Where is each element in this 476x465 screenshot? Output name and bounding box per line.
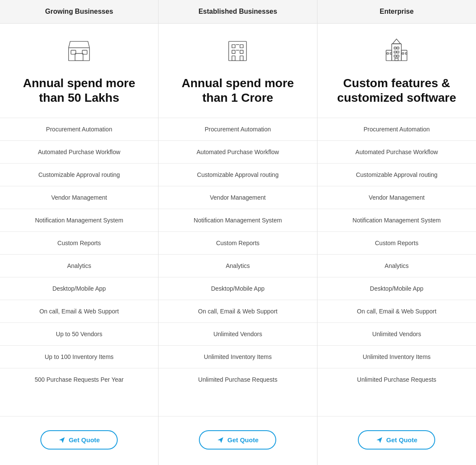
feature-row: On call, Email & Web Support <box>159 300 317 322</box>
building-icon <box>225 37 250 63</box>
feature-row: Up to 50 Vendors <box>0 322 158 345</box>
svg-rect-17 <box>397 47 399 49</box>
plan-icon-area-enterprise <box>317 24 476 72</box>
feature-row: Analytics <box>159 254 317 277</box>
feature-row: Procurement Automation <box>159 118 317 140</box>
svg-rect-19 <box>397 51 399 53</box>
svg-rect-26 <box>390 53 392 55</box>
pricing-grid: Growing Businesses Annual spend more tha… <box>0 0 476 465</box>
feature-row: Desktop/Mobile App <box>317 277 476 300</box>
plan-body-established: Annual spend more than 1 CroreProcuremen… <box>159 24 317 465</box>
svg-rect-23 <box>386 50 392 61</box>
send-icon <box>217 437 224 444</box>
plan-icon-area-growing <box>0 24 158 72</box>
svg-rect-22 <box>395 58 399 61</box>
feature-row: Custom Reports <box>317 231 476 254</box>
feature-row: Unlimited Purchase Requests <box>317 368 476 391</box>
plan-cta-growing: Get Quote <box>0 416 158 465</box>
svg-rect-28 <box>406 53 407 55</box>
feature-row: Vendor Management <box>317 186 476 209</box>
store-icon <box>66 37 92 63</box>
send-icon <box>376 437 383 444</box>
svg-rect-5 <box>229 41 247 61</box>
plan-title-established: Annual spend more than 1 Crore <box>159 72 317 118</box>
feature-row: Custom Reports <box>0 231 158 254</box>
plan-icon-area-established <box>159 24 317 72</box>
feature-row: Notification Management System <box>317 209 476 231</box>
get-quote-label-established: Get Quote <box>227 436 259 444</box>
svg-rect-9 <box>240 50 244 54</box>
svg-marker-15 <box>393 39 401 44</box>
feature-row: Procurement Automation <box>317 118 476 140</box>
svg-rect-20 <box>394 55 397 57</box>
feature-row: Analytics <box>0 254 158 277</box>
feature-row: Unlimited Vendors <box>159 322 317 345</box>
get-quote-label-enterprise: Get Quote <box>386 436 418 444</box>
svg-rect-10 <box>232 56 235 61</box>
svg-rect-27 <box>402 53 404 55</box>
plan-body-enterprise: Custom features & customized softwarePro… <box>317 24 476 465</box>
get-quote-button-growing[interactable]: Get Quote <box>40 430 118 450</box>
feature-row: Customizable Approval routing <box>0 163 158 186</box>
plan-header-established: Established Businesses <box>159 0 317 24</box>
svg-rect-2 <box>75 54 83 61</box>
feature-row: Vendor Management <box>159 186 317 209</box>
send-icon <box>58 437 65 444</box>
svg-rect-11 <box>240 56 244 61</box>
feature-row: Automated Purchase Workflow <box>317 140 476 163</box>
feature-row: Customizable Approval routing <box>159 163 317 186</box>
feature-row: Unlimited Inventory Items <box>317 345 476 368</box>
feature-row: Unlimited Vendors <box>317 322 476 345</box>
get-quote-button-established[interactable]: Get Quote <box>199 430 276 450</box>
feature-row: Automated Purchase Workflow <box>0 140 158 163</box>
plan-header-enterprise: Enterprise <box>317 0 476 24</box>
svg-rect-8 <box>232 50 235 54</box>
feature-row: On call, Email & Web Support <box>0 300 158 322</box>
skyscraper-icon <box>384 37 409 63</box>
get-quote-label-growing: Get Quote <box>69 436 100 444</box>
feature-row: On call, Email & Web Support <box>317 300 476 322</box>
svg-rect-18 <box>394 51 397 53</box>
get-quote-button-enterprise[interactable]: Get Quote <box>358 430 435 450</box>
svg-rect-25 <box>387 53 389 55</box>
feature-row: Vendor Management <box>0 186 158 209</box>
plan-column-established: Established Businesses Annual spend more… <box>159 0 317 465</box>
plan-body-growing: Annual spend more than 50 LakhsProcureme… <box>0 24 158 465</box>
feature-row: Unlimited Inventory Items <box>159 345 317 368</box>
feature-row: Notification Management System <box>159 209 317 231</box>
feature-row: Unlimited Purchase Requests <box>159 368 317 391</box>
feature-row: Up to 100 Inventory Items <box>0 345 158 368</box>
feature-row: Automated Purchase Workflow <box>159 140 317 163</box>
feature-row: Analytics <box>317 254 476 277</box>
plan-column-enterprise: Enterprise Custom features & customized … <box>317 0 476 465</box>
feature-row: Customizable Approval routing <box>317 163 476 186</box>
svg-rect-21 <box>397 55 399 57</box>
feature-row: Desktop/Mobile App <box>0 277 158 300</box>
feature-row: 500 Purchase Requests Per Year <box>0 368 158 391</box>
plan-column-growing: Growing Businesses Annual spend more tha… <box>0 0 159 465</box>
feature-row: Desktop/Mobile App <box>159 277 317 300</box>
plan-title-growing: Annual spend more than 50 Lakhs <box>0 72 158 118</box>
svg-rect-16 <box>394 47 397 49</box>
feature-row: Procurement Automation <box>0 118 158 140</box>
svg-rect-24 <box>402 50 407 61</box>
feature-row: Notification Management System <box>0 209 158 231</box>
feature-row: Custom Reports <box>159 231 317 254</box>
svg-rect-7 <box>240 45 244 48</box>
svg-rect-6 <box>232 45 235 48</box>
plan-header-growing: Growing Businesses <box>0 0 158 24</box>
plan-title-enterprise: Custom features & customized software <box>317 72 476 118</box>
plan-cta-enterprise: Get Quote <box>317 416 476 465</box>
plan-cta-established: Get Quote <box>159 416 317 465</box>
